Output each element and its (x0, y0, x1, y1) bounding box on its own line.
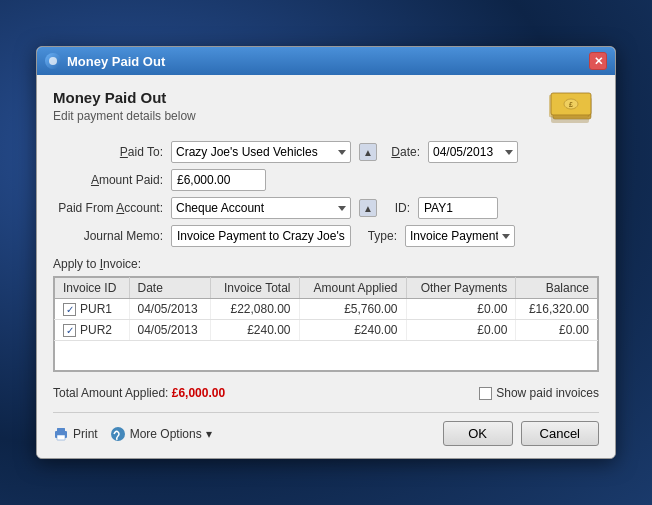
app-icon (45, 53, 61, 69)
paid-to-select[interactable]: Crazy Joe's Used Vehicles (171, 141, 351, 163)
total-amount-text: Total Amount Applied: £6,000.00 (53, 386, 225, 400)
memo-label: Journal Memo: (53, 229, 163, 243)
row1-other-payments: £0.00 (406, 299, 516, 320)
col-invoice-id: Invoice ID (55, 278, 130, 299)
cancel-button[interactable]: Cancel (521, 421, 599, 446)
type-label: Type: (359, 229, 397, 243)
more-options-arrow: ▾ (206, 427, 212, 441)
paid-to-row: Paid To: Crazy Joe's Used Vehicles ▲ Dat… (53, 141, 599, 163)
amount-paid-label: Amount Paid: (53, 173, 163, 187)
title-bar-left: Money Paid Out (45, 53, 165, 69)
col-balance: Balance (516, 278, 598, 299)
ok-button[interactable]: OK (443, 421, 513, 446)
id-label: ID: (385, 201, 410, 215)
paid-from-row: Paid From Account: Cheque Account ▲ ID: (53, 197, 599, 219)
more-options-button[interactable]: More Options ▾ (110, 426, 212, 442)
total-amount-value: £6,000.00 (172, 386, 225, 400)
row2-amount-applied: £240.00 (299, 320, 406, 341)
window-content: Money Paid Out Edit payment details belo… (37, 75, 615, 458)
header-section: Money Paid Out Edit payment details belo… (53, 89, 599, 127)
apply-to-invoice-label: Apply to Invoice: (53, 257, 599, 271)
type-select[interactable]: Invoice Payment (405, 225, 515, 247)
table-row: ✓ PUR2 04/05/2013 £240.00 £240.00 £0.00 … (55, 320, 598, 341)
show-paid-checkbox[interactable] (479, 387, 492, 400)
row1-invoice-total: £22,080.00 (211, 299, 299, 320)
paid-from-label: Paid From Account: (53, 201, 163, 215)
page-title: Money Paid Out (53, 89, 196, 106)
amount-paid-input[interactable] (171, 169, 266, 191)
paid-from-select[interactable]: Cheque Account (171, 197, 351, 219)
row2-invoice-id: ✓ PUR2 (55, 320, 130, 341)
row2-other-payments: £0.00 (406, 320, 516, 341)
invoice-table: Invoice ID Date Invoice Total Amount App… (54, 277, 598, 371)
col-other-payments: Other Payments (406, 278, 516, 299)
svg-point-0 (49, 57, 57, 65)
show-paid-row: Show paid invoices (479, 386, 599, 400)
form-grid: Paid To: Crazy Joe's Used Vehicles ▲ Dat… (53, 141, 599, 247)
invoice-table-wrapper: Invoice ID Date Invoice Total Amount App… (53, 276, 599, 372)
account-arrow-button[interactable]: ▲ (359, 199, 377, 217)
right-buttons: OK Cancel (443, 421, 599, 446)
print-button[interactable]: Print (53, 426, 98, 442)
print-icon (53, 426, 69, 442)
row1-date: 04/05/2013 (129, 299, 211, 320)
header-text: Money Paid Out Edit payment details belo… (53, 89, 196, 123)
main-window: Money Paid Out ✕ Money Paid Out Edit pay… (36, 46, 616, 459)
col-date: Date (129, 278, 211, 299)
amount-paid-row: Amount Paid: (53, 169, 599, 191)
title-bar: Money Paid Out ✕ (37, 47, 615, 75)
date-select[interactable]: 04/05/2013 (428, 141, 518, 163)
close-button[interactable]: ✕ (589, 52, 607, 70)
row1-checkbox[interactable]: ✓ (63, 303, 76, 316)
memo-row: Journal Memo: Type: Invoice Payment (53, 225, 599, 247)
window-title: Money Paid Out (67, 54, 165, 69)
row1-amount-applied: £5,760.00 (299, 299, 406, 320)
col-invoice-total: Invoice Total (211, 278, 299, 299)
row1-invoice-id: ✓ PUR1 (55, 299, 130, 320)
id-input[interactable] (418, 197, 498, 219)
show-paid-label: Show paid invoices (496, 386, 599, 400)
footer-section: Total Amount Applied: £6,000.00 Show pai… (53, 380, 599, 400)
row2-date: 04/05/2013 (129, 320, 211, 341)
row2-invoice-total: £240.00 (211, 320, 299, 341)
row1-balance: £16,320.00 (516, 299, 598, 320)
paid-to-label: Paid To: (53, 145, 163, 159)
svg-rect-12 (57, 435, 65, 440)
svg-rect-11 (57, 428, 65, 432)
page-subtitle: Edit payment details below (53, 109, 196, 123)
invoice-section: Apply to Invoice: Invoice ID Date Invoic… (53, 257, 599, 372)
date-label: Date: (385, 145, 420, 159)
button-row: Print More Options ▾ OK Cancel (53, 412, 599, 446)
paid-to-arrow-button[interactable]: ▲ (359, 143, 377, 161)
svg-text:£: £ (569, 101, 573, 108)
row2-balance: £0.00 (516, 320, 598, 341)
col-amount-applied: Amount Applied (299, 278, 406, 299)
money-icon: £ (549, 89, 599, 127)
more-options-icon (110, 426, 126, 442)
row2-checkbox[interactable]: ✓ (63, 324, 76, 337)
table-row: ✓ PUR1 04/05/2013 £22,080.00 £5,760.00 £… (55, 299, 598, 320)
memo-input[interactable] (171, 225, 351, 247)
svg-point-13 (111, 427, 125, 441)
left-buttons: Print More Options ▾ (53, 426, 212, 442)
